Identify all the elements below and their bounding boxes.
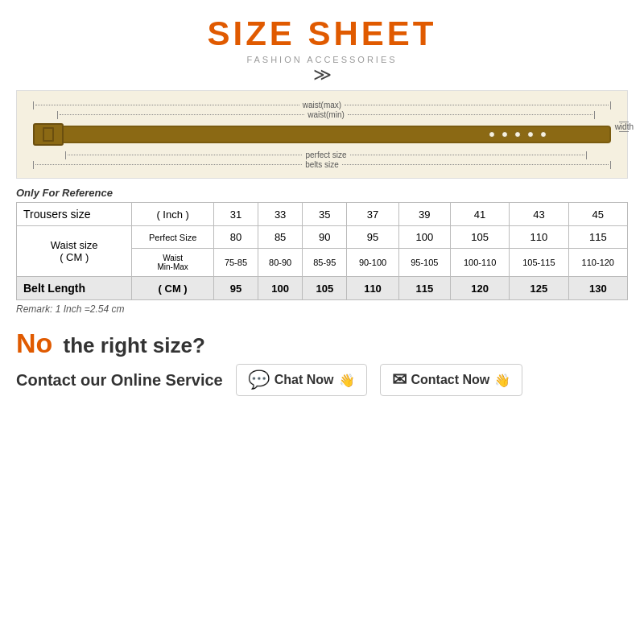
mm-95-105: 95-105 [398, 249, 450, 277]
hand-icon: 👋 [339, 373, 355, 388]
bl-130: 130 [568, 277, 627, 300]
size-41: 41 [450, 203, 509, 226]
size-31: 31 [213, 203, 258, 226]
col-trousers: Trousers size [17, 203, 132, 226]
reference-text: Only For Reference [16, 187, 628, 199]
remark: Remark: 1 Inch =2.54 cm [16, 303, 628, 315]
mm-110-120: 110-120 [568, 249, 627, 277]
ps-105: 105 [450, 226, 509, 249]
size-35: 35 [303, 203, 347, 226]
waist-min-max-sub: WaistMin-Max [132, 249, 213, 277]
chat-icon: 💬 [248, 369, 270, 390]
bl-120: 120 [450, 277, 509, 300]
belts-size-label: belts size [305, 160, 339, 169]
size-33: 33 [258, 203, 303, 226]
width-label: width [615, 122, 634, 131]
belt-length-label: Belt Length [17, 277, 132, 300]
bl-105: 105 [303, 277, 347, 300]
size-43: 43 [510, 203, 568, 226]
bl-115: 115 [398, 277, 450, 300]
size-table: Trousers size ( Inch ) 31 33 35 37 39 41… [16, 202, 628, 300]
page-title: SIZE SHEET [207, 14, 436, 53]
ps-90: 90 [303, 226, 347, 249]
mm-80-90: 80-90 [258, 249, 303, 277]
contact-line: Contact our Online Service 💬 Chat Now 👋 … [16, 364, 628, 396]
bl-125: 125 [510, 277, 568, 300]
waist-max-label: waist(max) [303, 101, 341, 109]
ps-85: 85 [258, 226, 303, 249]
col-inch: ( Inch ) [132, 203, 213, 226]
contact-now-button[interactable]: ✉ Contact Now 👋 [380, 364, 523, 396]
bl-100: 100 [258, 277, 303, 300]
perfect-size-label: perfect size [305, 151, 346, 159]
mm-90-100: 90-100 [347, 249, 398, 277]
contact-label: Contact our Online Service [16, 371, 223, 390]
bottom-section: No the right size? Contact our Online Se… [16, 328, 628, 396]
bl-110: 110 [347, 277, 398, 300]
bl-95: 95 [213, 277, 258, 300]
no-text: No [16, 328, 52, 358]
belt-diagram: waist(max) waist(min) [16, 90, 628, 179]
ps-100: 100 [398, 226, 450, 249]
chevrons-icon: ≫ [313, 66, 332, 84]
chat-now-button[interactable]: 💬 Chat Now 👋 [236, 364, 367, 396]
size-39: 39 [398, 203, 450, 226]
mm-100-110: 100-110 [450, 249, 509, 277]
contact-btn-label: Contact Now [411, 373, 490, 387]
waist-size-label: Waist size ( CM ) [17, 226, 132, 277]
ps-110: 110 [510, 226, 568, 249]
chat-btn-label: Chat Now [275, 373, 334, 387]
ps-80: 80 [213, 226, 258, 249]
perfect-size-sub: Perfect Size [132, 226, 213, 249]
subtitle: FASHION ACCESSORIES [246, 55, 397, 64]
belt-length-unit: ( CM ) [132, 277, 213, 300]
size-45: 45 [568, 203, 627, 226]
contact-icon: ✉ [392, 369, 407, 390]
ps-95: 95 [347, 226, 398, 249]
mm-85-95: 85-95 [303, 249, 347, 277]
hand-icon-2: 👋 [494, 373, 510, 388]
ps-115: 115 [568, 226, 627, 249]
mm-105-115: 105-115 [510, 249, 568, 277]
no-size-question: the right size? [64, 333, 205, 357]
mm-75-85: 75-85 [213, 249, 258, 277]
waist-min-label: waist(min) [308, 110, 345, 119]
size-37: 37 [347, 203, 398, 226]
no-size-line: No the right size? [16, 328, 628, 359]
